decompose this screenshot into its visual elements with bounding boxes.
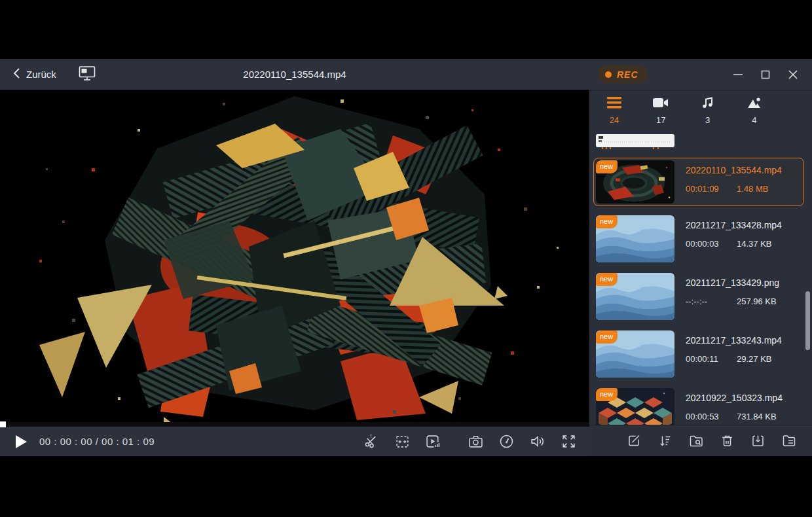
- close-button[interactable]: [782, 63, 804, 86]
- playback-speed-button[interactable]: [499, 434, 514, 449]
- total-time: 00 : 01 : 09: [101, 436, 155, 447]
- file-size: 257.96 KB: [737, 296, 777, 306]
- file-duration: --:--:--: [686, 296, 737, 306]
- maximize-button[interactable]: [754, 63, 777, 86]
- file-meta: 20211217_133243.mp4 00:00:1129.27 KB: [674, 330, 782, 378]
- volume-button[interactable]: [530, 434, 545, 449]
- new-badge: new: [596, 160, 618, 173]
- time-separator: /: [92, 436, 101, 447]
- import-button[interactable]: [751, 434, 765, 448]
- video-frame-art: [0, 90, 589, 422]
- list-item[interactable]: new 20220110_135544.mp4 00:01:091.48 MB: [593, 158, 804, 206]
- file-size: 29.27 KB: [737, 354, 772, 364]
- sort-button[interactable]: [658, 434, 672, 448]
- list-item[interactable]: new 20211217_133428.mp4 00:00:0314.37 KB: [596, 215, 803, 262]
- list-icon: [606, 96, 622, 112]
- rec-label: REC: [617, 69, 638, 80]
- fullscreen-button[interactable]: [561, 434, 576, 449]
- edit-tools: [364, 434, 441, 449]
- app-window: Zurück 20220110_135544.mp4 REC: [0, 59, 812, 456]
- file-list-button[interactable]: [782, 434, 796, 448]
- file-thumbnail: new: [596, 215, 674, 262]
- file-meta: 20211217_133429.png --:--:--257.96 KB: [674, 273, 779, 320]
- player-controls: 00 : 00 : 00 / 00 : 01 : 09: [0, 427, 589, 456]
- rec-dot-icon: [605, 71, 612, 78]
- tab-videos[interactable]: 17: [644, 96, 678, 134]
- panel-toolbar: [589, 425, 812, 456]
- view-tools: [468, 434, 576, 449]
- crop-button[interactable]: [395, 434, 410, 449]
- back-chevron-icon: [13, 67, 20, 81]
- tab-count: 24: [610, 115, 619, 125]
- new-badge: new: [596, 215, 618, 228]
- tab-count: 3: [705, 115, 710, 125]
- video-frame[interactable]: [0, 90, 589, 422]
- recordings-list: new 20220110_135544.mp4 00:01:091.48 MB …: [589, 134, 812, 425]
- export-clip-button[interactable]: [426, 434, 441, 449]
- file-name: 20211217_133243.mp4: [686, 335, 782, 346]
- delete-button[interactable]: [720, 434, 734, 448]
- file-size: 1.48 MB: [737, 184, 768, 194]
- media-tabs: 24 17: [589, 91, 812, 134]
- back-label: Zurück: [26, 69, 56, 80]
- file-duration: 00:00:11: [686, 354, 737, 364]
- tab-audio[interactable]: 3: [691, 96, 725, 134]
- list-item[interactable]: new 20211217_133243.mp4 00:00:1129.27 KB: [596, 330, 803, 378]
- file-thumbnail: new: [596, 160, 674, 204]
- file-size: 14.37 KB: [737, 239, 772, 249]
- file-name: 20211217_133429.png: [686, 277, 779, 288]
- time-display: 00 : 00 : 00 / 00 : 01 : 09: [39, 436, 155, 447]
- music-note-icon: [701, 96, 714, 112]
- file-size: 731.84 KB: [737, 412, 777, 421]
- seek-bar[interactable]: [0, 422, 589, 427]
- window-title: 20220110_135544.mp4: [243, 69, 346, 80]
- rename-button[interactable]: [627, 434, 641, 448]
- minimize-button[interactable]: [727, 63, 749, 86]
- new-badge: new: [596, 273, 618, 286]
- trim-button[interactable]: [364, 434, 379, 449]
- back-button[interactable]: Zurück: [13, 67, 56, 81]
- list-item-partial[interactable]: [596, 134, 674, 149]
- screenshot-button[interactable]: [468, 434, 483, 449]
- file-name: 20210922_150323.mp4: [686, 393, 783, 403]
- tab-all-recordings[interactable]: 24: [597, 96, 631, 134]
- play-button[interactable]: [13, 434, 29, 450]
- current-time: 00 : 00 : 00: [39, 436, 92, 447]
- list-scrollbar[interactable]: [805, 291, 810, 350]
- file-meta: 20210922_150323.mp4 00:00:53731.84 KB: [674, 388, 783, 425]
- tab-images[interactable]: 4: [737, 96, 771, 134]
- window-controls: [727, 59, 804, 90]
- list-item[interactable]: new 20211217_133429.png --:--:--257.96 K…: [596, 273, 803, 320]
- new-badge: new: [596, 330, 618, 344]
- display-mode-button[interactable]: [79, 65, 96, 84]
- picture-icon: [747, 96, 762, 112]
- tab-count: 4: [752, 115, 756, 125]
- tab-count: 17: [656, 115, 665, 125]
- titlebar: Zurück 20220110_135544.mp4 REC: [0, 59, 812, 90]
- open-folder-button[interactable]: [689, 434, 703, 448]
- rec-button[interactable]: REC: [598, 65, 648, 83]
- list-item[interactable]: new 20210922_150323.mp4 00:00:53731.84 K…: [596, 388, 803, 425]
- file-name: 20220110_135544.mp4: [686, 165, 782, 175]
- file-duration: 00:01:09: [686, 184, 737, 194]
- file-meta: 20211217_133428.mp4 00:00:0314.37 KB: [674, 215, 782, 262]
- file-meta: 20220110_135544.mp4 00:01:091.48 MB: [674, 160, 782, 204]
- new-badge: new: [596, 388, 618, 401]
- file-name: 20211217_133428.mp4: [686, 220, 782, 230]
- video-camera-icon: [652, 96, 669, 112]
- file-thumbnail: new: [596, 273, 674, 320]
- video-player: 00 : 00 : 00 / 00 : 01 : 09: [0, 90, 589, 456]
- file-thumbnail: new: [596, 388, 674, 425]
- seek-handle[interactable]: [0, 421, 6, 427]
- file-thumbnail: new: [596, 330, 674, 378]
- monitor-icon: [79, 65, 96, 84]
- file-duration: 00:00:53: [686, 412, 737, 421]
- file-duration: 00:00:03: [686, 239, 737, 249]
- recordings-panel: 24 17: [589, 90, 812, 456]
